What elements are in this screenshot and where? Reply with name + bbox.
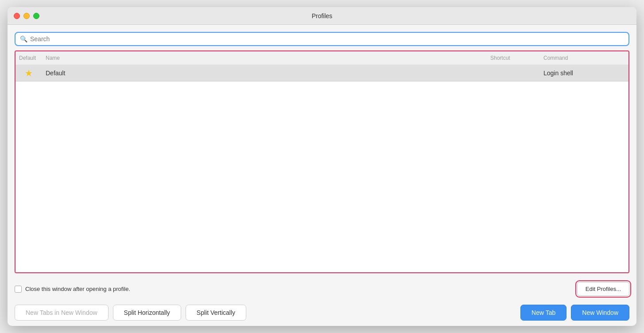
table-body: ★ Default Login shell: [16, 65, 628, 272]
profiles-window: Profiles 🔍 Default Name Shortcut Command…: [8, 7, 636, 326]
col-header-name: Name: [42, 54, 487, 62]
minimize-button[interactable]: [23, 13, 30, 19]
traffic-lights: [14, 13, 39, 19]
profiles-table: Default Name Shortcut Command ★ Default …: [15, 50, 629, 273]
split-horizontally-button[interactable]: Split Horizontally: [113, 305, 181, 321]
close-window-checkbox[interactable]: [15, 286, 22, 293]
table-header: Default Name Shortcut Command: [16, 51, 628, 65]
window-title: Profiles: [312, 12, 333, 19]
search-input[interactable]: [30, 35, 624, 43]
maximize-button[interactable]: [33, 13, 39, 19]
bottom-bar: Close this window after opening a profil…: [15, 278, 629, 298]
table-row-empty: [16, 81, 628, 99]
search-icon: 🔍: [20, 35, 27, 43]
title-bar: Profiles: [8, 7, 636, 25]
close-window-checkbox-label[interactable]: Close this window after opening a profil…: [15, 286, 130, 293]
col-header-command: Command: [540, 54, 628, 62]
search-bar[interactable]: 🔍: [15, 32, 629, 46]
table-row[interactable]: ★ Default Login shell: [16, 65, 628, 81]
close-button[interactable]: [14, 13, 20, 19]
close-window-label: Close this window after opening a profil…: [25, 286, 130, 292]
button-spacer: [251, 305, 516, 321]
new-tab-button[interactable]: New Tab: [520, 305, 566, 321]
edit-profiles-button[interactable]: Edit Profiles...: [577, 282, 629, 296]
row-shortcut: [487, 71, 540, 75]
action-button-bar: New Tabs in New Window Split Horizontall…: [15, 302, 629, 321]
content-area: 🔍 Default Name Shortcut Command ★ Defaul…: [8, 25, 636, 326]
new-window-button[interactable]: New Window: [571, 305, 629, 321]
row-name: Default: [42, 68, 487, 78]
col-header-shortcut: Shortcut: [487, 54, 540, 62]
row-command: Login shell: [540, 68, 628, 78]
split-vertically-button[interactable]: Split Vertically: [186, 305, 246, 321]
new-tabs-new-window-button[interactable]: New Tabs in New Window: [15, 305, 109, 321]
default-star-icon: ★: [16, 68, 42, 78]
col-header-default: Default: [16, 54, 42, 62]
